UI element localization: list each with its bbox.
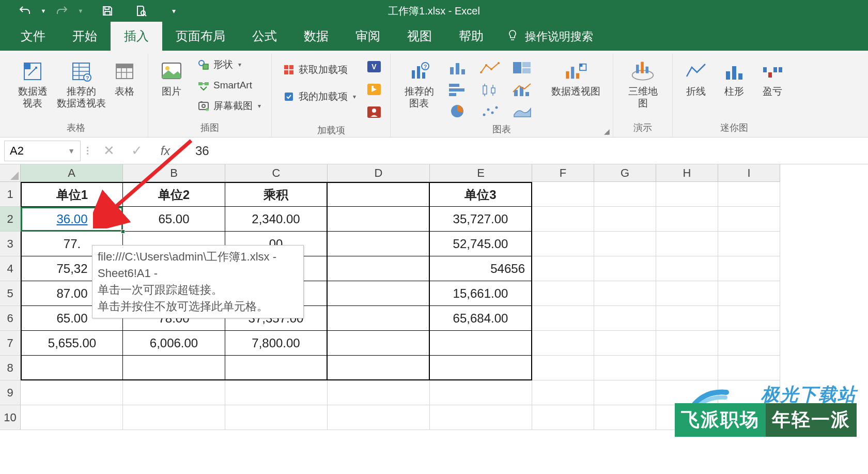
cell[interactable] xyxy=(532,356,594,380)
cell[interactable] xyxy=(225,356,328,380)
tab-insert[interactable]: 插入 xyxy=(111,21,162,51)
cell[interactable] xyxy=(21,356,123,380)
cell[interactable] xyxy=(328,207,430,232)
get-addins-button[interactable]: 获取加载项 xyxy=(278,61,360,79)
cell[interactable] xyxy=(532,281,594,306)
cell[interactable]: 7,800.00 xyxy=(225,331,328,356)
cell[interactable] xyxy=(328,405,430,430)
smartart-button[interactable]: SmartArt xyxy=(193,77,265,94)
charts-launcher-icon[interactable]: ◢ xyxy=(604,127,610,135)
cell[interactable] xyxy=(328,306,430,331)
qat-customize[interactable]: ▾ xyxy=(162,2,185,20)
cell[interactable] xyxy=(225,405,328,430)
cell[interactable] xyxy=(532,207,594,232)
row-header-3[interactable]: 3 xyxy=(0,232,21,256)
cell[interactable] xyxy=(718,306,780,331)
cell[interactable] xyxy=(718,356,780,380)
tab-file[interactable]: 文件 xyxy=(7,21,59,51)
tab-review[interactable]: 审阅 xyxy=(342,21,394,51)
cell[interactable] xyxy=(123,356,225,380)
redo-dropdown[interactable]: ▼ xyxy=(75,2,86,20)
name-box[interactable]: A2▼ xyxy=(4,141,81,161)
cell[interactable] xyxy=(656,356,718,380)
cell[interactable] xyxy=(328,256,430,281)
cell[interactable] xyxy=(430,380,532,405)
cell[interactable] xyxy=(594,281,656,306)
tell-me-search[interactable]: 操作说明搜索 xyxy=(497,22,602,51)
shapes-button[interactable]: 形状▾ xyxy=(193,56,265,73)
column-header-I[interactable]: I xyxy=(718,164,780,182)
formula-input[interactable]: 36 xyxy=(180,144,868,158)
cell[interactable] xyxy=(532,405,594,430)
cell[interactable] xyxy=(123,405,225,430)
pie-chart-button[interactable] xyxy=(445,101,471,121)
cell[interactable] xyxy=(656,182,718,207)
cell[interactable] xyxy=(532,380,594,405)
cell[interactable] xyxy=(594,207,656,232)
row-header-8[interactable]: 8 xyxy=(0,356,21,380)
cell[interactable] xyxy=(656,331,718,356)
cell[interactable] xyxy=(328,380,430,405)
save-button[interactable] xyxy=(96,2,119,20)
accept-formula-button[interactable]: ✓ xyxy=(123,141,151,161)
cell[interactable] xyxy=(594,232,656,256)
line-chart-button[interactable] xyxy=(477,58,503,78)
my-addins-button[interactable]: 我的加载项▾ xyxy=(278,88,360,105)
chevron-down-icon[interactable]: ▼ xyxy=(68,147,75,155)
cell[interactable] xyxy=(656,207,718,232)
tab-page-layout[interactable]: 页面布局 xyxy=(162,21,239,51)
row-header-6[interactable]: 6 xyxy=(0,306,21,331)
cell[interactable] xyxy=(594,331,656,356)
pivot-chart-button[interactable]: 数据透视图 xyxy=(545,56,607,98)
cell[interactable]: 36.00 xyxy=(21,207,123,232)
tab-data[interactable]: 数据 xyxy=(290,21,342,51)
statistic-chart-button[interactable] xyxy=(477,80,503,99)
cell[interactable] xyxy=(328,232,430,256)
row-header-7[interactable]: 7 xyxy=(0,331,21,356)
pivot-table-button[interactable]: 数据透 视表 xyxy=(10,56,55,110)
scatter-chart-button[interactable] xyxy=(477,101,503,121)
insert-function-button[interactable]: fx xyxy=(151,144,180,158)
cell[interactable]: 乘积 xyxy=(225,182,328,207)
redo-button[interactable] xyxy=(51,2,73,20)
cell[interactable] xyxy=(594,256,656,281)
cell[interactable]: 单位1 xyxy=(21,182,123,207)
column-header-A[interactable]: A xyxy=(21,164,123,182)
column-header-F[interactable]: F xyxy=(532,164,594,182)
cell[interactable]: 65,684.00 xyxy=(430,306,532,331)
cell[interactable] xyxy=(718,331,780,356)
recommended-pivot-button[interactable]: ?推荐的 数据透视表 xyxy=(59,56,103,110)
cell[interactable]: 54656 xyxy=(430,256,532,281)
cell[interactable] xyxy=(656,256,718,281)
select-all-corner[interactable] xyxy=(0,164,21,182)
tab-help[interactable]: 帮助 xyxy=(445,21,497,51)
cell[interactable] xyxy=(594,356,656,380)
undo-dropdown[interactable]: ▼ xyxy=(38,2,49,20)
sparkline-line-button[interactable]: 折线 xyxy=(679,56,713,98)
visio-addin-icon[interactable]: V xyxy=(366,59,382,77)
column-header-G[interactable]: G xyxy=(594,164,656,182)
cell[interactable] xyxy=(656,232,718,256)
cell[interactable]: 5,655.00 xyxy=(21,331,123,356)
column-chart-button[interactable] xyxy=(445,58,471,78)
combo-chart-button[interactable] xyxy=(509,80,535,99)
tab-home[interactable]: 开始 xyxy=(59,21,111,51)
cell[interactable] xyxy=(430,356,532,380)
tab-view[interactable]: 视图 xyxy=(394,21,445,51)
row-header-4[interactable]: 4 xyxy=(0,256,21,281)
picture-button[interactable]: 图片 xyxy=(154,56,189,98)
cell[interactable] xyxy=(718,232,780,256)
hierarchy-chart-button[interactable] xyxy=(509,58,535,78)
cell[interactable] xyxy=(21,405,123,430)
cell[interactable] xyxy=(532,182,594,207)
row-header-5[interactable]: 5 xyxy=(0,281,21,306)
cell[interactable] xyxy=(328,356,430,380)
cell[interactable] xyxy=(718,281,780,306)
cell[interactable] xyxy=(225,380,328,405)
cell[interactable] xyxy=(21,380,123,405)
cell[interactable] xyxy=(594,306,656,331)
cell[interactable] xyxy=(656,281,718,306)
cell[interactable]: 65.00 xyxy=(123,207,225,232)
cell[interactable] xyxy=(532,232,594,256)
cell[interactable] xyxy=(328,331,430,356)
